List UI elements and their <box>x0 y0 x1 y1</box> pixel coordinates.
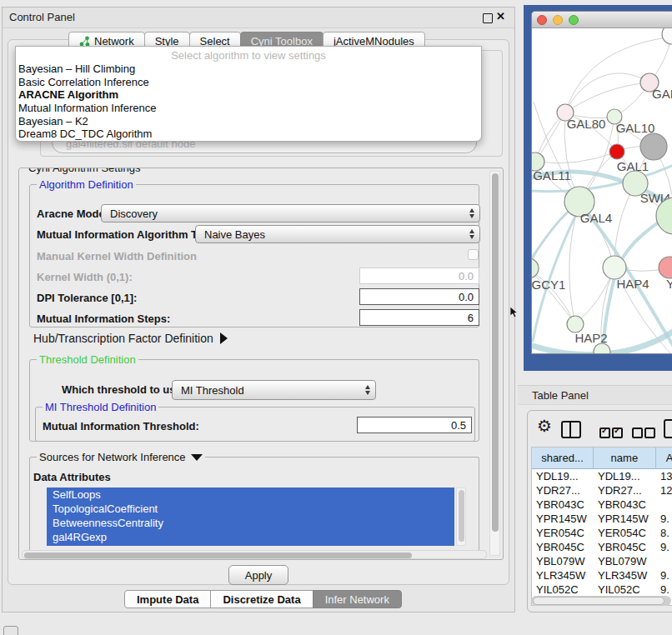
table-row[interactable]: YBR043CYBR043C <box>532 498 672 512</box>
attribute-item-topologicalcoefficient[interactable]: TopologicalCoefficient <box>47 502 454 516</box>
bottom-tab-infer-network[interactable]: Infer Network <box>313 590 402 608</box>
mi-type-value: Naive Bayes <box>204 228 265 241</box>
table-cell: 13 <box>656 469 672 483</box>
minimized-panel-icon[interactable] <box>3 626 18 635</box>
table-row[interactable]: YIL052CYIL052C9. <box>532 582 672 597</box>
table-cell: YLR345W <box>594 568 656 582</box>
algorithm-option-mutual-information-inference[interactable]: Mutual Information Inference <box>16 102 481 115</box>
node-table: shared...nameA YDL19...YDL19...13YDR27..… <box>531 447 672 606</box>
network-node-label: GAL10 <box>616 121 655 135</box>
algorithm-definition-title: Algorithm Definition <box>37 178 136 191</box>
attribute-item-gal4rgexp[interactable]: gal4RGexp <box>47 530 454 544</box>
select-all-checkbox-icon[interactable] <box>599 428 610 438</box>
bottom-tab-discretize-data[interactable]: Discretize Data <box>210 590 313 608</box>
control-panel-titlebar: Control Panel ✕ <box>3 8 514 28</box>
table-row[interactable]: YBR045CYBR045C9. <box>532 540 672 554</box>
algorithm-option-bayesian-k2[interactable]: Bayesian – K2 <box>16 114 481 128</box>
network-edge <box>565 37 672 112</box>
data-attributes-label: Data Attributes <box>33 471 111 483</box>
network-node[interactable] <box>662 28 672 44</box>
aracne-mode-select[interactable]: Discovery <box>101 204 480 222</box>
network-node-hap4[interactable] <box>603 256 626 279</box>
table-mode-icon[interactable] <box>664 419 672 438</box>
apply-button-label: Apply <box>245 569 273 582</box>
table-row[interactable]: YER054CYER054C8. <box>532 526 672 540</box>
attributes-list-scrollbar[interactable] <box>456 488 466 546</box>
columns-icon[interactable] <box>561 421 581 438</box>
which-threshold-select[interactable]: MI Threshold <box>172 380 376 400</box>
hub-definition-expander[interactable]: Hub/Transcription Factor Definition <box>33 332 228 345</box>
network-node-label: GAL <box>652 87 672 101</box>
algorithm-option-basic-correlation-inference[interactable]: Basic Correlation Inference <box>16 76 481 89</box>
minimize-window-icon[interactable] <box>553 15 563 25</box>
network-node-hap2[interactable] <box>567 316 584 332</box>
table-horizontal-scrollbar[interactable] <box>531 596 671 606</box>
table-row[interactable]: YLR345WYLR345W9. <box>532 568 672 582</box>
network-window-titlebar[interactable] <box>532 12 672 28</box>
algorithm-option-dream8-dc-tdc-algorithm[interactable]: Dream8 DC_TDC Algorithm <box>16 128 481 141</box>
select-all-checkbox-icon[interactable] <box>612 428 623 438</box>
manual-kernel-checkbox[interactable] <box>468 249 479 260</box>
dpi-tolerance-field[interactable]: 0.0 <box>359 288 479 305</box>
control-panel-title: Control Panel <box>9 11 75 23</box>
gear-icon[interactable]: ⚙ <box>537 418 552 434</box>
expand-right-icon <box>220 332 228 344</box>
algorithm-option-bayesian-hill-climbing[interactable]: Bayesian – Hill Climbing <box>16 62 481 76</box>
table-cell: YPR145W <box>594 512 656 526</box>
algorithm-dropdown-items: Bayesian – Hill ClimbingBasic Correlatio… <box>16 62 481 141</box>
table-row[interactable]: YBL079WYBL079W <box>532 554 672 568</box>
table-cell <box>656 554 672 568</box>
hub-definition-label: Hub/Transcription Factor Definition <box>33 332 213 345</box>
table-cell: YBL079W <box>594 554 656 568</box>
network-node[interactable] <box>640 133 667 160</box>
mi-threshold-field[interactable]: 0.5 <box>357 417 472 433</box>
mi-threshold-label: Mutual Information Threshold: <box>43 420 199 432</box>
deselect-all-checkbox-icon[interactable] <box>632 428 643 438</box>
table-row[interactable]: YPR145WYPR145W9. <box>532 512 672 526</box>
mi-threshold-group: MI Threshold Definition Mutual Informati… <box>35 407 475 442</box>
aracne-mode-value: Discovery <box>110 208 158 220</box>
table-header-cell-name[interactable]: name <box>594 448 656 469</box>
data-attributes-list[interactable]: SelfLoopsTopologicalCoefficientBetweenne… <box>47 488 454 546</box>
table-cell: YBR043C <box>532 498 594 512</box>
attribute-item-betweennesscentrality[interactable]: BetweennessCentrality <box>47 516 454 530</box>
network-node-gal1[interactable] <box>609 144 624 159</box>
network-canvas[interactable]: GALGAL80GAL10GAL1SWI4GAL11GAL4GCY1HAP4YH… <box>532 28 672 354</box>
table-cell: YBL079W <box>532 554 594 568</box>
mi-type-select[interactable]: Naive Bayes <box>195 225 480 243</box>
table-cell: YDL19... <box>532 469 594 483</box>
close-window-icon[interactable] <box>537 15 547 25</box>
table-header-cell-a[interactable]: A <box>656 448 672 469</box>
table-cell: 9. <box>656 582 672 597</box>
sources-group-title-row[interactable]: Sources for Network Inference <box>37 451 205 463</box>
network-node-y[interactable] <box>659 257 672 278</box>
network-edge <box>565 82 649 112</box>
settings-vertical-scrollbar[interactable] <box>489 171 500 556</box>
algorithm-option-aracne-algorithm[interactable]: ARACNE Algorithm <box>16 88 481 102</box>
attribute-item-selfloops[interactable]: SelfLoops <box>47 488 454 502</box>
settings-horizontal-scrollbar[interactable] <box>22 550 487 559</box>
network-node-label: Y <box>666 277 672 291</box>
threshold-definition-group: Threshold Definition Which threshold to … <box>29 359 479 442</box>
network-window[interactable]: GALGAL80GAL10GAL1SWI4GAL11GAL4GCY1HAP4YH… <box>531 11 672 354</box>
manual-kernel-label: Manual Kernel Width Definition <box>37 250 197 262</box>
table-row[interactable]: YDL19...YDL19...13 <box>532 469 672 483</box>
deselect-all-checkbox-icon[interactable] <box>644 428 655 438</box>
kernel-width-label: Kernel Width (0,1): <box>37 271 133 283</box>
float-panel-icon[interactable] <box>483 13 493 23</box>
table-header-cell-shared[interactable]: shared... <box>532 448 594 469</box>
table-row[interactable]: YDR27...YDR27...12 <box>532 483 672 498</box>
apply-button[interactable]: Apply <box>228 565 288 585</box>
mi-steps-label: Mutual Information Steps: <box>37 312 170 325</box>
cyni-algorithm-settings-group: Cyni Algorithm Settings Algorithm Defini… <box>18 168 504 560</box>
zoom-window-icon[interactable] <box>569 15 579 25</box>
table-header-row: shared...nameA <box>532 448 672 469</box>
mi-steps-field[interactable]: 6 <box>359 309 479 326</box>
table-cell: YDL19... <box>594 469 656 483</box>
close-panel-icon[interactable]: ✕ <box>496 10 505 22</box>
network-node-label: GCY1 <box>532 278 565 292</box>
network-node-label: GAL11 <box>533 168 571 182</box>
mi-steps-value: 6 <box>468 312 474 324</box>
stepper-icon <box>365 385 370 395</box>
bottom-tab-impute-data[interactable]: Impute Data <box>124 590 211 608</box>
